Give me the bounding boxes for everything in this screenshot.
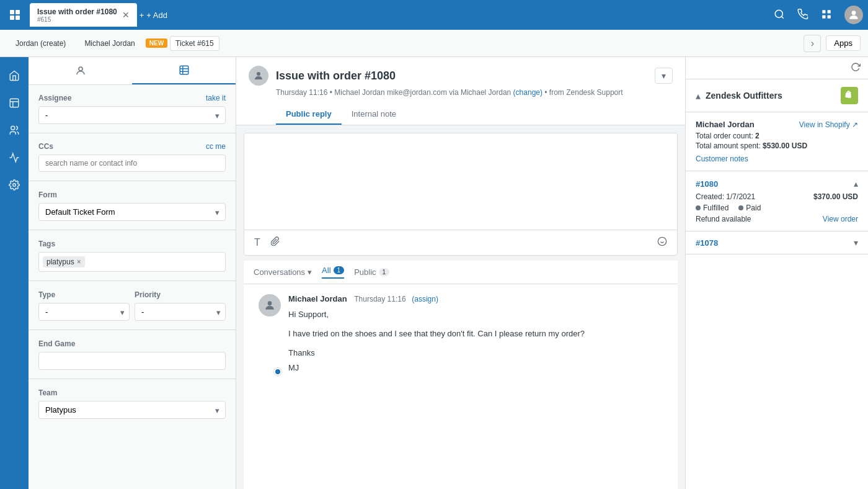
apps-button[interactable]: Apps	[826, 35, 861, 51]
svg-rect-14	[180, 66, 188, 74]
team-label: Team	[38, 388, 57, 397]
message-time: Thursday 11:16	[354, 295, 405, 303]
message-item: Michael Jordan Thursday 11:16 (assign) H…	[259, 294, 663, 375]
svg-point-16	[658, 237, 666, 245]
message-body-text: I have tried on the shoes and I see that…	[288, 328, 663, 341]
svg-rect-8	[828, 15, 831, 18]
cc-me-link[interactable]: cc me	[206, 142, 226, 151]
user-avatar[interactable]	[844, 6, 863, 24]
close-tab-icon[interactable]: ✕	[122, 10, 130, 20]
app-logo	[5, 5, 25, 25]
ticket-actions-dropdown[interactable]: ▾	[655, 68, 673, 84]
remove-tag-icon[interactable]: ×	[77, 258, 81, 266]
svg-rect-7	[822, 15, 825, 18]
svg-point-17	[268, 301, 272, 305]
message-body: Michael Jordan Thursday 11:16 (assign) H…	[288, 294, 663, 375]
assignee-label: Assignee	[38, 94, 71, 102]
change-link[interactable]: (change)	[513, 88, 542, 97]
jordan-create-tab[interactable]: Jordan (create)	[7, 36, 74, 51]
phone-icon[interactable]	[797, 9, 808, 22]
properties-person-tab[interactable]	[29, 57, 132, 84]
ticket-requester-avatar	[249, 66, 268, 86]
public-reply-tab[interactable]: Public reply	[276, 104, 342, 125]
svg-point-12	[13, 184, 16, 187]
message-sign: MJ	[288, 362, 663, 375]
right-panel: ▴ Zendesk Outfitters Michael Jordan View…	[685, 57, 868, 489]
form-select[interactable]: Default Ticket Form	[38, 203, 226, 221]
end-game-label: End Game	[38, 339, 75, 348]
fulfilled-status: Fulfilled	[703, 204, 728, 212]
michael-jordan-tab[interactable]: Michael Jordan	[76, 36, 143, 51]
collapse-right-panel-button[interactable]: ▴	[696, 90, 701, 102]
properties-list-tab[interactable]	[132, 57, 236, 84]
take-it-link[interactable]: take it	[206, 94, 226, 102]
message-author: Michael Jordan	[288, 294, 347, 303]
order-1078-id[interactable]: #1078	[696, 238, 718, 248]
svg-rect-1	[16, 10, 20, 14]
apps-grid-icon[interactable]	[821, 9, 832, 22]
assignee-select[interactable]: -	[38, 106, 226, 124]
svg-rect-5	[822, 10, 825, 13]
properties-panel: Assignee take it - ▾ CCs cc me	[29, 57, 236, 489]
svg-point-11	[11, 126, 15, 130]
assign-link[interactable]: (assign)	[412, 295, 438, 303]
ticket-title: Issue with order #1080	[276, 70, 647, 83]
order-1078-expand[interactable]: ▾	[854, 238, 858, 248]
all-tab[interactable]: All 1	[322, 266, 344, 279]
end-game-input[interactable]	[38, 352, 226, 370]
shopify-icon	[841, 87, 858, 104]
view-shopify-link[interactable]: View in Shopify ↗	[799, 120, 858, 129]
emoji-button[interactable]	[655, 234, 670, 251]
order-1080-collapse[interactable]: ▴	[854, 179, 858, 189]
public-badge: 1	[379, 268, 390, 276]
svg-rect-6	[828, 10, 831, 13]
customer-name: Michael Jordan	[696, 120, 755, 129]
svg-rect-10	[10, 99, 19, 107]
svg-rect-2	[10, 16, 14, 20]
order-count-stat: Total order count: 2	[696, 132, 858, 140]
priority-select[interactable]: -	[135, 303, 226, 321]
view-order-link[interactable]: View order	[823, 215, 858, 223]
message-thanks: Thanks	[288, 347, 663, 360]
ccs-input[interactable]	[38, 155, 226, 172]
ccs-label: CCs	[38, 142, 53, 151]
format-text-button[interactable]: T	[252, 235, 263, 251]
order-1080-id[interactable]: #1080	[696, 179, 718, 189]
refresh-button[interactable]	[851, 62, 861, 74]
add-tab-label: + Add	[146, 11, 167, 20]
reports-icon[interactable]	[3, 146, 25, 169]
users-icon[interactable]	[3, 119, 25, 141]
attach-file-button[interactable]	[268, 234, 283, 251]
message-greeting: Hi Support,	[288, 308, 663, 321]
views-icon[interactable]	[3, 92, 25, 114]
nav-arrow-button[interactable]: ›	[804, 35, 821, 52]
type-label: Type	[38, 290, 55, 299]
priority-label: Priority	[135, 290, 161, 299]
conversations-tab[interactable]: Conversations ▾	[254, 267, 312, 277]
reply-editor[interactable]	[244, 133, 677, 230]
internal-note-tab[interactable]: Internal note	[342, 104, 406, 125]
ticket-615-tab[interactable]: Ticket #615	[170, 36, 219, 51]
form-label: Form	[38, 191, 57, 199]
svg-point-4	[775, 10, 782, 17]
type-select[interactable]: -	[38, 303, 130, 321]
message-avatar	[259, 294, 281, 316]
add-tab-button[interactable]: + + Add	[140, 11, 167, 20]
tag-platypus: platypus ×	[43, 256, 85, 267]
svg-point-13	[79, 67, 82, 71]
tab-title: Issue with order #1080	[37, 7, 117, 16]
team-select[interactable]: Platypus	[38, 401, 226, 419]
paid-status: Paid	[746, 204, 761, 212]
settings-icon[interactable]	[3, 174, 25, 196]
customer-notes-link[interactable]: Customer notes	[696, 155, 748, 163]
active-tab[interactable]: Issue with order #1080 #615 ✕	[30, 3, 137, 27]
all-badge: 1	[334, 266, 345, 274]
public-tab[interactable]: Public 1	[354, 267, 389, 277]
svg-rect-0	[10, 10, 14, 14]
assignee-select-wrap: - ▾	[38, 106, 226, 124]
search-icon[interactable]	[774, 9, 785, 22]
svg-point-9	[852, 11, 856, 15]
home-icon[interactable]	[3, 65, 25, 87]
left-sidebar	[0, 57, 29, 489]
svg-point-15	[257, 72, 260, 76]
